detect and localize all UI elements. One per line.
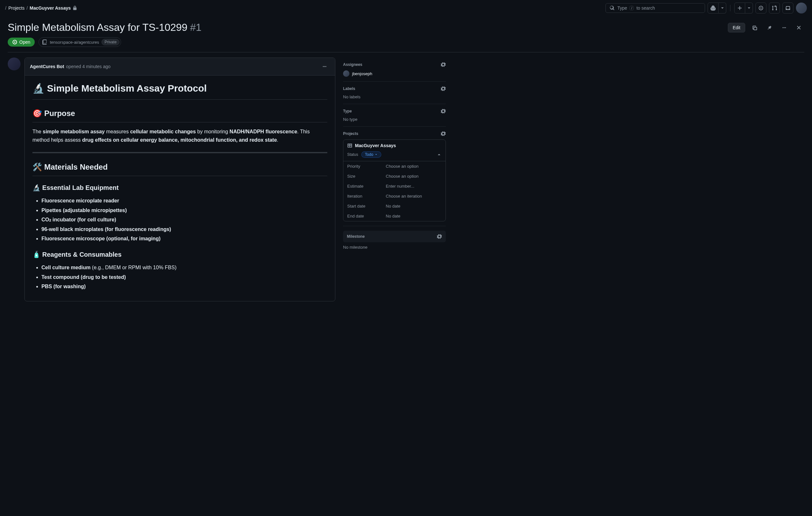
type-value: No type bbox=[343, 117, 446, 122]
list-item: Test compound (drug to be tested) bbox=[41, 273, 327, 282]
text: measures bbox=[105, 129, 130, 134]
comment-kebab-button[interactable] bbox=[319, 61, 330, 72]
status-pill[interactable]: Todo bbox=[361, 151, 381, 158]
assignees-header[interactable]: Assignees bbox=[343, 62, 446, 67]
issue-icon bbox=[758, 5, 763, 10]
notifications-button[interactable] bbox=[782, 3, 793, 13]
body-h2-purpose: 🎯 Purpose bbox=[32, 107, 327, 122]
field-value: Choose an option bbox=[386, 164, 418, 169]
type-label: Type bbox=[343, 109, 352, 113]
sidebar: Assignees jbenjoseph Labels No labels Ty… bbox=[343, 58, 446, 302]
search-text-prefix: Type bbox=[617, 5, 627, 10]
create-button[interactable] bbox=[734, 3, 745, 13]
state-text: Open bbox=[19, 39, 30, 45]
purpose-paragraph: The simple metabolism assay measures cel… bbox=[32, 127, 327, 144]
field-label: Start date bbox=[347, 204, 386, 208]
plus-icon bbox=[737, 5, 742, 10]
project-link[interactable]: MacGuyver Assays bbox=[343, 140, 445, 151]
labels-value: No labels bbox=[343, 94, 446, 99]
project-card: MacGuyver Assays Status Todo Priority Ch… bbox=[343, 139, 446, 221]
list-item: 96-well black microplates (for fluoresce… bbox=[41, 225, 327, 234]
text: Cell culture medium bbox=[41, 265, 91, 270]
text: Pipettes (adjustable micropipettes) bbox=[41, 207, 127, 213]
search-input[interactable]: Type / to search bbox=[606, 3, 705, 13]
field-iteration[interactable]: Iteration Choose an iteration bbox=[343, 191, 445, 201]
breadcrumb-sep: / bbox=[5, 5, 6, 10]
text: by monitoring bbox=[196, 129, 230, 134]
close-button[interactable] bbox=[793, 22, 804, 33]
projects-label: Projects bbox=[343, 132, 358, 136]
assignees-label: Assignees bbox=[343, 62, 362, 67]
chevron-up-icon[interactable] bbox=[436, 152, 442, 157]
copilot-dropdown[interactable] bbox=[719, 3, 726, 13]
state-badge: Open bbox=[8, 37, 35, 47]
projects-header[interactable]: Projects bbox=[343, 131, 446, 136]
field-end-date[interactable]: End date No date bbox=[343, 211, 445, 221]
copilot-icon bbox=[710, 5, 716, 10]
text: 96-well black microplates (for fluoresce… bbox=[41, 227, 171, 232]
labels-header[interactable]: Labels bbox=[343, 86, 446, 91]
issue-title: Simple Metabolism Assay for TS-10299 #1 bbox=[8, 22, 724, 33]
issues-button[interactable] bbox=[755, 3, 766, 13]
copy-icon bbox=[752, 25, 757, 30]
comment-author-avatar[interactable] bbox=[8, 58, 21, 70]
field-label: Priority bbox=[347, 164, 386, 169]
comment-meta: opened 4 minutes ago bbox=[66, 64, 111, 69]
field-priority[interactable]: Priority Choose an option bbox=[343, 161, 445, 171]
milestone-header[interactable]: Milestone bbox=[347, 234, 442, 239]
pull-requests-button[interactable] bbox=[769, 3, 780, 13]
create-dropdown[interactable] bbox=[745, 3, 753, 13]
field-size[interactable]: Size Choose an option bbox=[343, 171, 445, 181]
issue-open-icon bbox=[12, 39, 17, 45]
list-item: Fluorescence microplate reader bbox=[41, 197, 327, 205]
issue-number: #1 bbox=[190, 22, 202, 33]
breadcrumb-projects[interactable]: Projects bbox=[8, 5, 25, 10]
search-text-suffix: to search bbox=[636, 5, 655, 10]
text: cellular metabolic changes bbox=[130, 129, 196, 134]
separator bbox=[730, 5, 730, 11]
repo-icon bbox=[42, 39, 47, 45]
chevron-down-icon bbox=[375, 153, 378, 156]
pin-button[interactable] bbox=[764, 22, 775, 33]
gear-icon bbox=[437, 234, 442, 239]
milestone-value: No milestone bbox=[343, 245, 446, 250]
status-label: Status bbox=[347, 152, 358, 157]
text: The bbox=[32, 129, 43, 134]
search-kbd: / bbox=[630, 6, 634, 10]
field-start-date[interactable]: Start date No date bbox=[343, 201, 445, 211]
gear-icon bbox=[441, 86, 446, 91]
text: Fluorescence microscope (optional, for i… bbox=[41, 236, 161, 241]
copilot-button-group bbox=[707, 3, 726, 13]
text: NADH/NADPH fluorescence bbox=[230, 129, 297, 134]
copilot-button[interactable] bbox=[707, 3, 719, 13]
repo-chip[interactable]: tensorspace-ai/agentcures Private bbox=[38, 37, 121, 47]
comment-author[interactable]: AgentCures Bot bbox=[30, 64, 64, 69]
kebab-icon bbox=[782, 25, 787, 30]
text: (e.g., DMEM or RPMI with 10% FBS) bbox=[91, 265, 177, 270]
edit-button[interactable]: Edit bbox=[728, 23, 745, 32]
list-item: PBS (for washing) bbox=[41, 282, 327, 291]
text: Test compound (drug to be tested) bbox=[41, 275, 126, 280]
text: CO₂ incubator (for cell culture) bbox=[41, 217, 116, 222]
field-estimate[interactable]: Estimate Enter number... bbox=[343, 181, 445, 191]
project-name: MacGuyver Assays bbox=[355, 143, 396, 148]
copy-link-button[interactable] bbox=[749, 22, 760, 33]
breadcrumb-sep: / bbox=[26, 5, 28, 10]
text: . bbox=[277, 137, 278, 143]
list-item: Cell culture medium (e.g., DMEM or RPMI … bbox=[41, 263, 327, 272]
comment-box: AgentCures Bot opened 4 minutes ago 🔬 Si… bbox=[24, 58, 335, 302]
visibility-pill: Private bbox=[102, 39, 119, 45]
assignee-name: jbenjoseph bbox=[352, 71, 372, 76]
breadcrumb-current[interactable]: MacGuyver Assays bbox=[30, 5, 71, 10]
type-header[interactable]: Type bbox=[343, 109, 446, 114]
text: simple metabolism assay bbox=[43, 129, 105, 134]
gear-icon bbox=[441, 109, 446, 114]
repo-name: tensorspace-ai/agentcures bbox=[50, 40, 99, 45]
assignee-row[interactable]: jbenjoseph bbox=[343, 70, 446, 77]
list-item: CO₂ incubator (for cell culture) bbox=[41, 216, 327, 224]
assignee-avatar bbox=[343, 70, 349, 77]
user-avatar[interactable] bbox=[796, 3, 807, 13]
kebab-button[interactable] bbox=[779, 22, 789, 33]
field-label: Iteration bbox=[347, 194, 386, 199]
gear-icon bbox=[441, 62, 446, 67]
